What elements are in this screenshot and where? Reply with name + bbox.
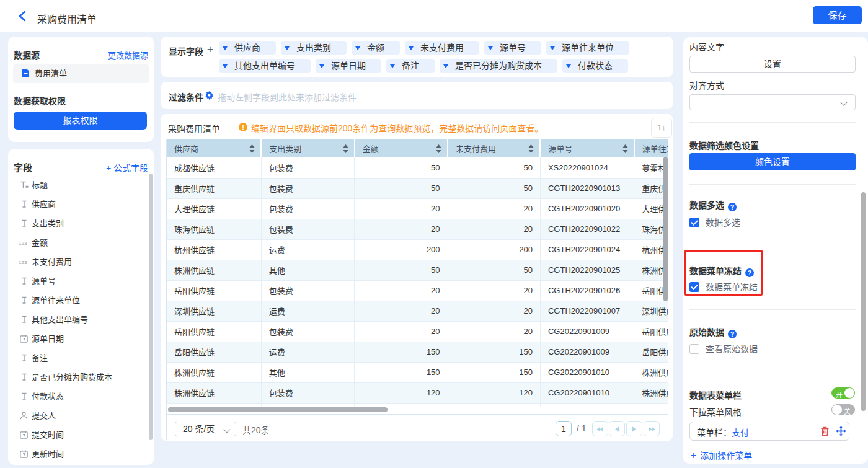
svg-text:123: 123: [19, 260, 27, 265]
svg-text:123: 123: [19, 241, 27, 246]
